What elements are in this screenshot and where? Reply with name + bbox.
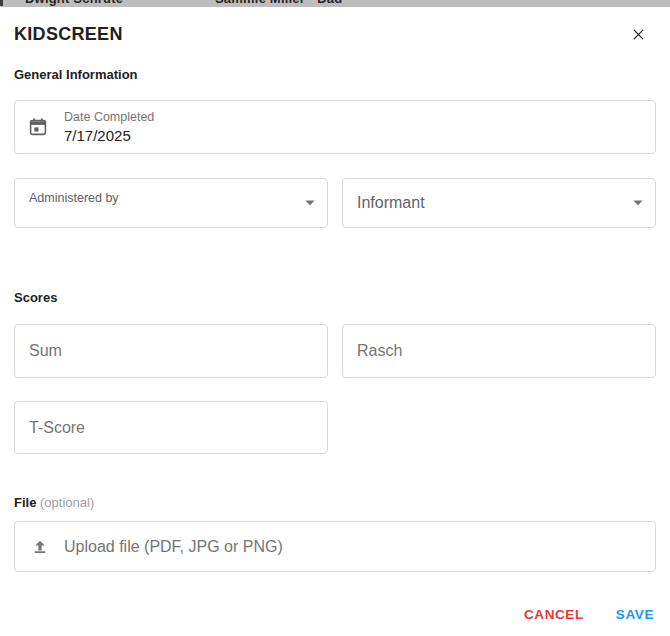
- file-heading-note: (optional): [40, 495, 94, 510]
- informant-select[interactable]: Informant: [342, 178, 656, 228]
- administered-by-select[interactable]: Administered by: [14, 178, 328, 228]
- chevron-down-icon: [304, 199, 316, 207]
- informant-placeholder: Informant: [357, 179, 425, 227]
- scores-row-2: [14, 401, 656, 454]
- scores-heading: Scores: [14, 291, 656, 304]
- calendar-icon: [28, 117, 48, 137]
- dialog-title: KIDSCREEN: [14, 24, 123, 45]
- date-completed-field[interactable]: Date Completed 7/17/2025: [14, 100, 656, 154]
- administered-by-label: Administered by: [29, 191, 119, 205]
- dimmed-background: Dwight Schrute Sammie Miller - Dad: [0, 0, 670, 7]
- background-informant-name: Sammie Miller - Dad: [215, 0, 342, 6]
- file-heading-text: File: [14, 495, 36, 510]
- upload-icon: [31, 538, 49, 556]
- close-icon: [630, 26, 647, 43]
- t-score-input[interactable]: [14, 401, 328, 454]
- general-information-heading: General Information: [14, 68, 656, 81]
- dialog-header: KIDSCREEN: [14, 24, 656, 45]
- sum-input[interactable]: [14, 324, 328, 378]
- kidscreen-dialog: KIDSCREEN General Information Date Compl…: [0, 7, 670, 636]
- file-heading: File (optional): [14, 496, 656, 509]
- file-upload-field[interactable]: Upload file (PDF, JPG or PNG): [14, 521, 656, 572]
- date-completed-value: 7/17/2025: [64, 126, 154, 146]
- date-completed-stack: Date Completed 7/17/2025: [64, 109, 154, 146]
- chevron-down-icon: [632, 199, 644, 207]
- empty-cell: [342, 401, 656, 454]
- close-button[interactable]: [628, 25, 648, 45]
- background-page-edge: [0, 0, 3, 6]
- save-button[interactable]: SAVE: [614, 605, 656, 625]
- date-completed-label: Date Completed: [64, 109, 154, 126]
- background-patient-name: Dwight Schrute: [25, 0, 123, 6]
- file-upload-placeholder: Upload file (PDF, JPG or PNG): [64, 538, 283, 556]
- scores-row-1: [14, 324, 656, 378]
- dialog-actions: CANCEL SAVE: [14, 605, 656, 625]
- dropdown-row: Administered by Informant: [14, 178, 656, 228]
- cancel-button[interactable]: CANCEL: [522, 605, 586, 625]
- rasch-input[interactable]: [342, 324, 656, 378]
